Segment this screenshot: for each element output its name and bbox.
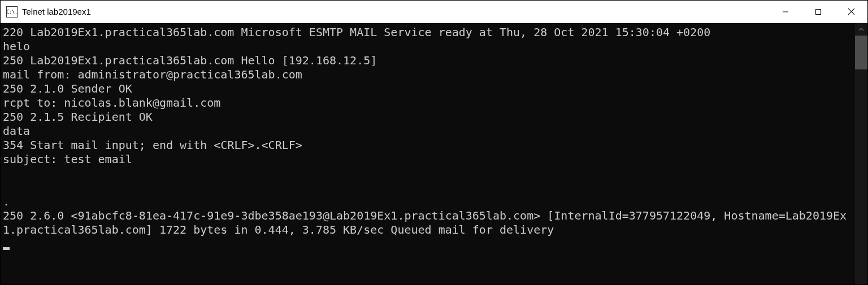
scroll-up-arrow-icon[interactable] (855, 23, 867, 36)
minimize-button[interactable] (769, 1, 802, 23)
cursor (3, 247, 10, 250)
terminal[interactable]: 220 Lab2019Ex1.practical365lab.com Micro… (1, 23, 855, 284)
window-controls (769, 1, 867, 23)
svg-rect-1 (816, 9, 821, 14)
scrollbar[interactable] (855, 23, 867, 284)
window-title: Telnet lab2019ex1 (22, 7, 769, 16)
terminal-wrap: 220 Lab2019Ex1.practical365lab.com Micro… (1, 23, 867, 284)
window: C:\. Telnet lab2019ex1 220 Lab2019Ex1.pr… (0, 0, 868, 285)
close-button[interactable] (835, 1, 867, 23)
titlebar[interactable]: C:\. Telnet lab2019ex1 (1, 1, 867, 23)
terminal-output: 220 Lab2019Ex1.practical365lab.com Micro… (3, 25, 847, 236)
cmd-icon: C:\. (6, 6, 18, 17)
scroll-thumb[interactable] (855, 36, 867, 69)
maximize-button[interactable] (802, 1, 835, 23)
